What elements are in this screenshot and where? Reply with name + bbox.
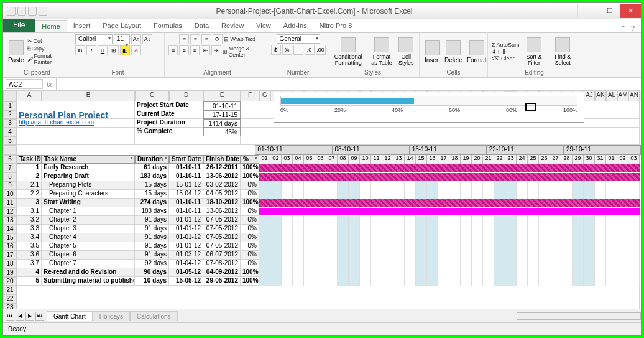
currency-icon[interactable]: $ [271, 45, 281, 55]
row-header-17[interactable]: 17 [3, 251, 17, 260]
task-cell[interactable]: Chapter 5 [42, 242, 135, 251]
col-header-D[interactable]: D [169, 90, 203, 101]
task-cell[interactable]: 91 days [135, 251, 169, 260]
task-cell[interactable]: 0% [241, 251, 259, 260]
task-cell[interactable]: 91 days [135, 225, 169, 233]
task-cell[interactable]: 01-03-12 [169, 251, 203, 260]
merge-center-button[interactable]: ⊞ Merge & Center [223, 45, 266, 58]
row-header-20[interactable]: 20 [3, 277, 17, 286]
task-cell[interactable]: 0% [241, 216, 259, 225]
paste-button[interactable]: Paste [7, 39, 25, 65]
formula-input[interactable] [56, 78, 641, 90]
align-left-icon[interactable]: ≡ [168, 45, 178, 55]
fill-color-button[interactable]: ◧ [120, 45, 130, 55]
indent-right-icon[interactable]: ⇥ [211, 45, 221, 55]
align-top-icon[interactable]: ≡ [179, 34, 189, 44]
table-header-start-date[interactable]: Start Date [169, 155, 203, 164]
table-header-%[interactable]: % [241, 155, 259, 164]
task-cell[interactable]: Chapter 3 [42, 225, 135, 233]
task-cell[interactable]: 18-10-2012 [203, 199, 241, 207]
col-header-B[interactable]: B [42, 90, 135, 101]
font-color-button[interactable]: A [131, 45, 141, 55]
task-cell[interactable]: 1 [17, 164, 42, 172]
task-cell[interactable]: 0% [241, 207, 259, 216]
task-cell[interactable]: 15-05-12 [169, 277, 203, 286]
task-cell[interactable]: 01-05-12 [169, 268, 203, 277]
task-cell[interactable]: Preparing Characters [42, 190, 135, 199]
save-icon[interactable] [17, 7, 26, 16]
col-header-G[interactable]: G [259, 90, 270, 101]
delete-cells-button[interactable]: Delete [443, 39, 464, 65]
align-right-icon[interactable]: ≡ [190, 45, 200, 55]
underline-button[interactable]: U [98, 45, 108, 55]
task-cell[interactable]: 4 [17, 268, 42, 277]
task-cell[interactable]: 91 days [135, 216, 169, 225]
row-header-11[interactable]: 11 [3, 199, 17, 207]
task-cell[interactable]: 3.1 [17, 207, 42, 216]
task-cell[interactable]: 10 days [135, 277, 169, 286]
task-cell[interactable]: 01-01-12 [169, 242, 203, 251]
italic-button[interactable]: I [86, 45, 96, 55]
minimize-ribbon-icon[interactable]: ⌃ [620, 24, 626, 32]
task-cell[interactable]: 90 days [135, 268, 169, 277]
cell-styles-button[interactable]: Cell Styles [397, 36, 415, 67]
task-cell[interactable]: Preparing Draft [42, 172, 135, 181]
tab-insert[interactable]: Insert [67, 20, 97, 32]
col-header-A[interactable]: A [17, 90, 42, 101]
task-cell[interactable]: 2 [17, 172, 42, 181]
col-header-AM[interactable]: AM [617, 90, 628, 101]
table-header-finish-date[interactable]: Finish Date [203, 155, 241, 164]
table-header-task-id[interactable]: Task ID [17, 155, 42, 164]
row-header-12[interactable]: 12 [3, 207, 17, 216]
task-cell[interactable]: 07-05-2012 [203, 242, 241, 251]
task-cell[interactable]: 29-05-2012 [203, 277, 241, 286]
task-cell[interactable]: Submitting material to publishers [42, 277, 135, 286]
undo-icon[interactable] [28, 7, 37, 16]
task-cell[interactable]: 04-05-2012 [203, 190, 241, 199]
indent-left-icon[interactable]: ⇤ [201, 45, 210, 55]
tab-home[interactable]: Home [35, 20, 67, 32]
task-cell[interactable]: 0% [241, 242, 259, 251]
task-cell[interactable]: 100% [241, 172, 259, 181]
font-name-select[interactable]: Calibri [75, 34, 113, 44]
row-header-7[interactable]: 7 [3, 164, 17, 172]
task-cell[interactable]: 3.6 [17, 251, 42, 260]
row-header-10[interactable]: 10 [3, 190, 17, 199]
task-cell[interactable]: Chapter 1 [42, 207, 135, 216]
col-header-AJ[interactable]: AJ [584, 90, 595, 101]
autosum-button[interactable]: Σ AutoSum [492, 42, 520, 48]
task-cell[interactable]: 0% [241, 233, 259, 242]
task-cell[interactable]: 0% [241, 190, 259, 199]
col-header-E[interactable]: E [203, 90, 241, 101]
dec-decimal-icon[interactable]: .00 [316, 45, 326, 55]
task-cell[interactable]: 04-09-2012 [203, 268, 241, 277]
task-cell[interactable]: 100% [241, 164, 259, 172]
task-cell[interactable]: Re-read and do Revision [42, 268, 135, 277]
row-header-9[interactable]: 9 [3, 181, 17, 190]
task-cell[interactable]: 0% [241, 225, 259, 233]
sheet-nav-next[interactable]: ▶ [25, 312, 34, 321]
task-cell[interactable]: 3.4 [17, 233, 42, 242]
task-cell[interactable]: 2.1 [17, 181, 42, 190]
format-table-button[interactable]: Format as Table [369, 36, 395, 67]
sheet-nav-prev[interactable]: ◀ [16, 312, 24, 321]
sheet-tab-gantt-chart[interactable]: Gantt Chart [47, 311, 93, 321]
row-header-14[interactable]: 14 [3, 225, 17, 233]
tab-formulas[interactable]: Formulas [147, 20, 188, 32]
decrease-font-icon[interactable]: A↓ [142, 34, 152, 44]
col-header-AN[interactable]: AN [628, 90, 640, 101]
task-cell[interactable]: 01-01-12 [169, 233, 203, 242]
find-select-button[interactable]: Find & Select [548, 36, 577, 67]
col-header-AL[interactable]: AL [606, 90, 617, 101]
border-button[interactable]: ⊞ [109, 45, 119, 55]
sheet-tab-holidays[interactable]: Holidays [93, 311, 130, 321]
task-cell[interactable]: Early Research [42, 164, 135, 172]
row-header-22[interactable]: 22 [3, 294, 17, 303]
help-icon[interactable]: ? [631, 24, 635, 32]
task-cell[interactable]: 07-05-2012 [203, 216, 241, 225]
task-cell[interactable]: 100% [241, 277, 259, 286]
tab-review[interactable]: Review [215, 20, 250, 32]
task-cell[interactable]: 13-06-2012 [203, 172, 241, 181]
row-header-6[interactable]: 6 [3, 155, 17, 164]
maximize-button[interactable]: ☐ [599, 4, 620, 18]
